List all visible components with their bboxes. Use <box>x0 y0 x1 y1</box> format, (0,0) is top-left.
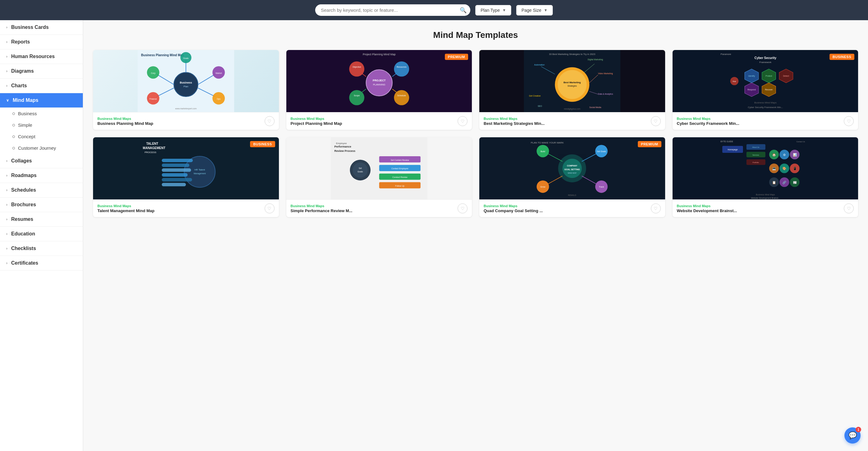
svg-text:Portfolio: Portfolio <box>752 162 758 163</box>
sidebar-item-human-resources[interactable]: › Human Resources <box>0 49 83 64</box>
sidebar-item-diagrams[interactable]: › Diagrams <box>0 64 83 79</box>
chat-button[interactable]: 💬 1 <box>844 427 861 444</box>
template-card-company-goal[interactable]: PREMIUM PLAN TO MAKE YOUR MARK COMPANY G… <box>479 137 665 217</box>
svg-text:Risk: Risk <box>733 80 736 82</box>
card-name: Website Development Brainst... <box>677 208 844 213</box>
svg-text:PLANNING: PLANNING <box>373 83 385 86</box>
sidebar-item-checklists[interactable]: › Checklists <box>0 241 83 256</box>
svg-text:Recover: Recover <box>765 88 773 91</box>
template-card-cyber-security[interactable]: BUSINESS Paramore Cyber Security Framewo… <box>673 50 858 130</box>
template-card-business-planning[interactable]: Business Planning Mind Map Business Plan… <box>93 50 279 130</box>
svg-text:www.marketexpert.com: www.marketexpert.com <box>175 108 197 110</box>
card-footer: Business Mind Maps Project Planning Mind… <box>286 112 472 130</box>
svg-rect-81 <box>162 159 193 162</box>
sidebar-label: Charts <box>11 83 27 88</box>
card-image: 33 Best Marketing Strategies to Try in 2… <box>479 50 665 112</box>
svg-text:Identify: Identify <box>748 75 755 77</box>
sidebar-item-reports[interactable]: › Reports <box>0 35 83 49</box>
favorite-button[interactable]: ♡ <box>458 203 467 214</box>
card-image: PREMIUM PLAN TO MAKE YOUR MARK COMPANY G… <box>479 137 665 199</box>
card-name: Best Marketing Strategies Min... <box>484 121 651 126</box>
card-image: Employee Performance Review Process Set … <box>286 137 472 199</box>
template-card-project-planning[interactable]: PREMIUM Project Planning Mind Map PROJEC… <box>286 50 472 130</box>
svg-text:MANAGEMENT: MANAGEMENT <box>143 146 165 150</box>
arrow-icon: › <box>6 246 7 251</box>
svg-text:Business: Business <box>180 81 192 84</box>
sidebar-sub-business[interactable]: Business <box>0 108 83 119</box>
sidebar-sub-customer-journey[interactable]: Customer Journey <box>0 142 83 154</box>
svg-point-29 <box>394 61 409 77</box>
card-category: Business Mind Maps <box>97 117 265 120</box>
favorite-button[interactable]: ♡ <box>458 116 467 126</box>
svg-text:Social Media: Social Media <box>589 106 601 108</box>
sidebar-item-resumes[interactable]: › Resumes <box>0 212 83 227</box>
favorite-button[interactable]: ♡ <box>844 203 854 214</box>
svg-text:PROCESS: PROCESS <box>145 151 156 154</box>
favorite-button[interactable]: ♡ <box>651 203 661 214</box>
card-meta: Business Mind Maps Website Development B… <box>677 204 844 213</box>
svg-text:Best Marketing: Best Marketing <box>563 81 581 84</box>
svg-text:Contact Employee: Contact Employee <box>391 167 408 170</box>
sidebar-item-mind-maps[interactable]: ∨ Mind Maps <box>0 93 83 108</box>
svg-point-32 <box>349 90 364 105</box>
card-meta: Business Mind Maps Best Marketing Strate… <box>484 117 651 126</box>
template-card-talent-management[interactable]: BUSINESS TALENT MANAGEMENT PROCESS HR Ta… <box>93 137 279 217</box>
favorite-button[interactable]: ♡ <box>265 116 275 126</box>
svg-text:Track: Track <box>599 186 604 188</box>
sidebar-item-education[interactable]: › Education <box>0 227 83 241</box>
sidebar-item-roadmaps[interactable]: › Roadmaps <box>0 168 83 183</box>
svg-text:Goals: Goals <box>183 57 189 59</box>
svg-text:Ops: Ops <box>217 98 221 100</box>
sidebar-item-charts[interactable]: › Charts <box>0 79 83 93</box>
card-footer: Business Mind Maps Cyber Security Framew… <box>673 112 858 130</box>
svg-text:TALENT: TALENT <box>146 142 158 145</box>
arrow-icon: › <box>6 217 7 222</box>
sidebar-sub-concept[interactable]: Concept <box>0 131 83 142</box>
favorite-button[interactable]: ♡ <box>844 116 854 126</box>
svg-text:Strategies: Strategies <box>567 85 577 87</box>
svg-text:Build: Build <box>540 150 545 152</box>
favorite-button[interactable]: ♡ <box>265 203 275 214</box>
svg-text:Resources: Resources <box>397 66 406 68</box>
svg-rect-85 <box>162 178 192 181</box>
arrow-icon: › <box>6 173 7 178</box>
template-card-website-dev[interactable]: BYTE GUIDE Contact Us Homepage About Us … <box>673 137 858 217</box>
template-card-performance-review[interactable]: Employee Performance Review Process Set … <box>286 137 472 217</box>
plan-type-button[interactable]: Plan Type ▼ <box>475 5 511 16</box>
svg-text:33 Best Marketing Strategies t: 33 Best Marketing Strategies to Try in 2… <box>549 53 595 56</box>
sidebar-item-certificates[interactable]: › Certificates <box>0 256 83 271</box>
page-title: Mind Map Templates <box>93 30 858 40</box>
svg-rect-84 <box>162 173 187 177</box>
svg-text:Review Process: Review Process <box>334 149 355 152</box>
sidebar-sub-simple[interactable]: Simple <box>0 119 83 131</box>
topbar: 🔍 Plan Type ▼ Page Size ▼ <box>0 0 868 20</box>
sidebar-label: Schedules <box>11 187 36 193</box>
arrow-icon: › <box>6 188 7 192</box>
card-category: Business Mind Maps <box>97 204 265 208</box>
sub-label: Concept <box>18 134 35 139</box>
svg-text:Project Planning Mind Map: Project Planning Mind Map <box>363 53 396 56</box>
card-name: Project Planning Mind Map <box>291 121 458 126</box>
sidebar-item-collages[interactable]: › Collages <box>0 154 83 168</box>
sidebar-item-schedules[interactable]: › Schedules <box>0 183 83 198</box>
template-card-marketing-strategies[interactable]: 33 Best Marketing Strategies to Try in 2… <box>479 50 665 130</box>
sidebar-label: Education <box>11 231 35 237</box>
bullet-icon <box>12 112 15 115</box>
favorite-button[interactable]: ♡ <box>651 116 661 126</box>
sidebar-item-business-cards[interactable]: › Business Cards <box>0 20 83 35</box>
svg-text:💻: 💻 <box>772 167 776 171</box>
svg-text:REWILO: REWILO <box>568 194 576 196</box>
card-name: Talent Management Mind Map <box>97 208 265 213</box>
sidebar-item-brochures[interactable]: › Brochures <box>0 198 83 212</box>
card-category: Business Mind Maps <box>484 204 651 208</box>
card-image: BYTE GUIDE Contact Us Homepage About Us … <box>673 137 858 199</box>
search-input[interactable] <box>315 4 470 16</box>
svg-text:Services: Services <box>752 154 759 156</box>
svg-rect-83 <box>162 168 191 172</box>
svg-text:Corp: Corp <box>151 72 155 75</box>
page-size-button[interactable]: Page Size ▼ <box>516 5 553 16</box>
card-meta: Business Mind Maps Business Planning Min… <box>97 117 265 126</box>
search-button[interactable]: 🔍 <box>460 7 467 14</box>
svg-text:Get Creative: Get Creative <box>529 95 541 97</box>
svg-text:Cyber Security: Cyber Security <box>754 56 776 60</box>
